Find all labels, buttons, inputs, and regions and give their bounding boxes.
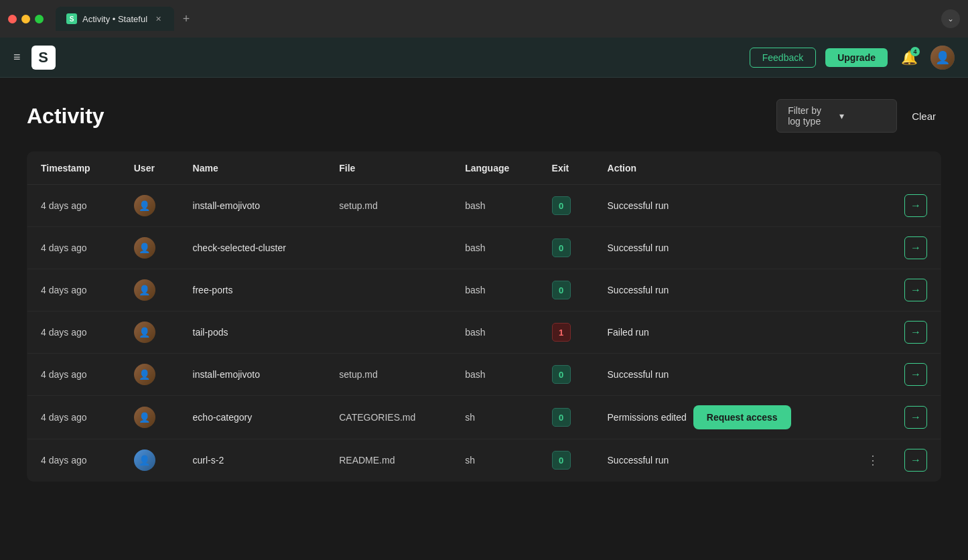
col-name: Name <box>180 152 326 185</box>
new-tab-button[interactable]: + <box>177 9 196 28</box>
minimize-traffic-light[interactable] <box>21 15 30 23</box>
upgrade-button[interactable]: Upgrade <box>825 48 888 67</box>
action-cell: Permissions edited Request access <box>594 396 851 439</box>
row-navigate-button[interactable]: → <box>904 449 927 472</box>
exit-badge: 0 <box>552 196 571 215</box>
exit-badge: 0 <box>552 281 571 299</box>
exit-badge: 0 <box>552 365 571 384</box>
table-row: 4 days ago 👤 install-emojivoto setup.md … <box>27 185 941 227</box>
row-navigate-button[interactable]: → <box>904 321 927 344</box>
row-navigate-button[interactable]: → <box>904 406 927 429</box>
avatar-image: 👤 <box>930 46 955 70</box>
table-header-row: Timestamp User Name File Language Exit A… <box>27 152 941 185</box>
file-cell: setup.md <box>326 354 452 396</box>
more-options-icon[interactable]: ⋮ <box>864 450 882 470</box>
user-cell: 👤 <box>121 396 180 439</box>
row-navigate-button[interactable]: → <box>904 236 927 259</box>
browser-dropdown-button[interactable]: ⌄ <box>941 9 960 28</box>
col-action: Action <box>594 152 851 185</box>
table-row: 4 days ago 👤 free-ports bash 0 Successfu… <box>27 269 941 311</box>
exit-cell: 0 <box>539 185 594 227</box>
user-cell: 👤 <box>121 439 180 482</box>
logo: S <box>31 46 56 70</box>
notification-badge: 4 <box>910 47 920 56</box>
exit-cell: 0 <box>539 396 594 439</box>
user-avatar-cell: 👤 <box>134 279 155 301</box>
name-cell: echo-category <box>180 396 326 439</box>
filter-dropdown-label: Filter by log type <box>788 105 834 127</box>
user-cell: 👤 <box>121 311 180 354</box>
file-cell <box>326 227 452 269</box>
language-cell: bash <box>452 227 538 269</box>
header-right: Feedback Upgrade 🔔 4 👤 <box>750 46 955 70</box>
notification-bell[interactable]: 🔔 4 <box>897 46 921 70</box>
language-cell: sh <box>452 396 538 439</box>
activity-table: Timestamp User Name File Language Exit A… <box>27 151 941 482</box>
action-label: Successful run <box>608 285 669 295</box>
user-avatar-cell: 👤 <box>134 364 155 385</box>
traffic-lights <box>8 15 44 23</box>
action-cell: Successful run <box>594 227 851 269</box>
user-cell: 👤 <box>121 185 180 227</box>
user-avatar-cell: 👤 <box>134 407 155 428</box>
action-label: Successful run <box>608 200 669 211</box>
user-avatar[interactable]: 👤 <box>930 46 955 70</box>
language-cell: sh <box>452 439 538 482</box>
table-body: 4 days ago 👤 install-emojivoto setup.md … <box>27 185 941 482</box>
table-row: 4 days ago 👤 curl-s-2 README.md sh 0 Suc… <box>27 439 941 482</box>
exit-cell: 0 <box>539 227 594 269</box>
file-cell: CATEGORIES.md <box>326 396 452 439</box>
name-cell: tail-pods <box>180 311 326 354</box>
tab-close-button[interactable]: ✕ <box>153 13 163 24</box>
exit-cell: 0 <box>539 439 594 482</box>
row-navigate-button[interactable]: → <box>904 194 927 217</box>
exit-badge: 0 <box>552 408 571 427</box>
page-title: Activity <box>27 104 105 129</box>
logo-mark: S <box>31 46 56 70</box>
exit-cell: 1 <box>539 311 594 354</box>
file-cell <box>326 269 452 311</box>
browser-controls-right: ⌄ <box>941 9 960 28</box>
nav-cell: → <box>851 227 941 269</box>
browser-chrome: S Activity • Stateful ✕ + ⌄ <box>0 0 968 38</box>
exit-badge: 0 <box>552 238 571 257</box>
language-cell: bash <box>452 311 538 354</box>
col-user: User <box>121 152 180 185</box>
timestamp-cell: 4 days ago <box>27 311 121 354</box>
row-navigate-button[interactable]: → <box>904 363 927 386</box>
file-cell: README.md <box>326 439 452 482</box>
file-cell <box>326 311 452 354</box>
exit-badge: 1 <box>552 323 571 342</box>
filter-dropdown[interactable]: Filter by log type ▾ <box>776 99 897 133</box>
col-nav <box>851 152 941 185</box>
action-cell: Successful run <box>594 269 851 311</box>
chevron-down-icon: ▾ <box>839 111 886 121</box>
clear-button[interactable]: Clear <box>906 108 941 125</box>
name-cell: free-ports <box>180 269 326 311</box>
table-row: 4 days ago 👤 tail-pods bash 1 Failed run… <box>27 311 941 354</box>
action-label: Failed run <box>608 327 649 338</box>
close-traffic-light[interactable] <box>8 15 17 23</box>
nav-cell: → <box>851 311 941 354</box>
timestamp-cell: 4 days ago <box>27 396 121 439</box>
exit-badge: 0 <box>552 451 571 470</box>
tab-bar: S Activity • Stateful ✕ + <box>56 7 935 31</box>
request-access-button[interactable]: Request access <box>693 405 791 429</box>
table-row: 4 days ago 👤 echo-category CATEGORIES.md… <box>27 396 941 439</box>
maximize-traffic-light[interactable] <box>35 15 44 23</box>
language-cell: bash <box>452 185 538 227</box>
menu-icon[interactable]: ≡ <box>13 50 21 64</box>
timestamp-cell: 4 days ago <box>27 354 121 396</box>
row-navigate-button[interactable]: → <box>904 279 927 301</box>
name-cell: install-emojivoto <box>180 185 326 227</box>
active-tab[interactable]: S Activity • Stateful ✕ <box>56 7 174 31</box>
name-cell: install-emojivoto <box>180 354 326 396</box>
timestamp-cell: 4 days ago <box>27 185 121 227</box>
action-cell: Successful run <box>594 185 851 227</box>
action-label: Successful run <box>608 242 669 253</box>
col-file: File <box>326 152 452 185</box>
page-header: Activity Filter by log type ▾ Clear <box>27 99 941 133</box>
table-row: 4 days ago 👤 install-emojivoto setup.md … <box>27 354 941 396</box>
nav-cell: → <box>851 185 941 227</box>
feedback-button[interactable]: Feedback <box>750 48 816 68</box>
